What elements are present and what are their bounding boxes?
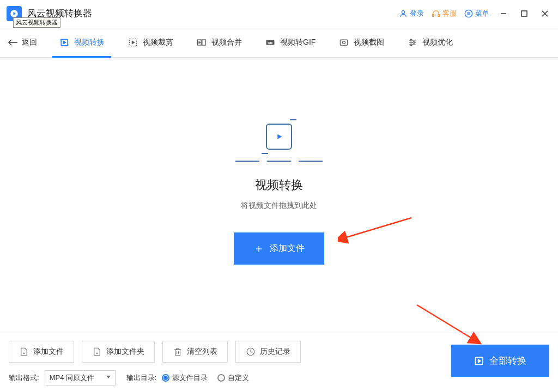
add-file-small-button[interactable]: 添加文件 <box>9 341 74 363</box>
tab-video-convert[interactable]: 视频转换 <box>56 27 108 58</box>
bottom-bar: 添加文件 添加文件夹 清空列表 历史记录 输出格式: MP4 同原文件 输出目录… <box>0 333 558 392</box>
arrow-left-icon <box>8 39 19 46</box>
tab-video-merge[interactable]: 视频合并 <box>193 27 245 58</box>
svg-rect-4 <box>438 14 440 16</box>
tab-label: 视频裁剪 <box>143 38 173 47</box>
svg-point-29 <box>413 41 415 43</box>
app-title: 风云视频转换器 <box>27 7 399 20</box>
gif-icon: GIF <box>265 37 276 48</box>
tab-label: 视频优化 <box>422 38 453 47</box>
output-format-label: 输出格式: <box>9 373 39 383</box>
convert-illustration-icon <box>266 124 292 150</box>
svg-marker-20 <box>199 41 201 43</box>
trash-icon <box>173 347 183 357</box>
svg-point-30 <box>410 44 412 45</box>
radio-icon <box>217 374 225 382</box>
hero-hint: 将视频文件拖拽到此处 <box>241 201 317 211</box>
output-dir-label: 输出目录: <box>126 373 157 383</box>
tab-label: 视频截图 <box>354 38 384 47</box>
radio-custom-dir[interactable]: 自定义 <box>217 373 249 383</box>
add-file-button[interactable]: ＋ 添加文件 <box>234 232 324 265</box>
login-link[interactable]: 登录 <box>399 9 424 19</box>
add-folder-button[interactable]: 添加文件夹 <box>82 341 155 363</box>
folder-plus-icon <box>92 347 102 357</box>
optimize-icon <box>407 37 418 48</box>
svg-marker-15 <box>63 41 65 44</box>
output-format-select[interactable]: MP4 同原文件 <box>45 370 116 385</box>
svg-marker-17 <box>132 41 134 44</box>
tab-label: 视频转换 <box>74 38 105 47</box>
minimize-button[interactable] <box>497 7 510 20</box>
history-button[interactable]: 历史记录 <box>235 341 301 363</box>
screenshot-icon <box>338 37 349 48</box>
tooltip: 风云视频转换器 <box>13 17 60 28</box>
svg-rect-23 <box>341 40 348 45</box>
plus-icon: ＋ <box>253 241 264 256</box>
radio-icon <box>162 374 169 382</box>
title-actions: 登录 客服 菜单 <box>399 7 551 20</box>
nav-tabs: 返回 视频转换 视频裁剪 视频合并 GIF 视频转GIF 视频截图 视频优化 <box>0 27 558 58</box>
svg-rect-10 <box>521 11 527 16</box>
convert-all-button[interactable]: 全部转换 <box>451 345 549 377</box>
svg-point-2 <box>402 10 404 13</box>
crop-icon <box>128 37 138 48</box>
back-button[interactable]: 返回 <box>5 38 39 47</box>
titlebar: 风云视频转换器 登录 客服 菜单 <box>0 0 558 27</box>
maximize-button[interactable] <box>518 7 531 20</box>
user-icon <box>399 9 408 18</box>
svg-marker-31 <box>277 134 282 139</box>
hero-title: 视频转换 <box>255 177 303 193</box>
radio-source-dir[interactable]: 源文件目录 <box>162 373 208 383</box>
svg-rect-19 <box>202 40 206 45</box>
svg-rect-3 <box>432 14 434 16</box>
support-link[interactable]: 客服 <box>432 9 457 19</box>
tab-label: 视频合并 <box>211 38 242 47</box>
svg-marker-46 <box>478 359 481 363</box>
clear-list-button[interactable]: 清空列表 <box>162 341 228 363</box>
tab-video-screenshot[interactable]: 视频截图 <box>335 27 387 58</box>
file-plus-icon <box>19 347 29 357</box>
tab-label: 视频转GIF <box>280 38 316 47</box>
tab-video-gif[interactable]: GIF 视频转GIF <box>262 27 319 58</box>
svg-point-28 <box>410 39 412 41</box>
close-button[interactable] <box>538 7 551 20</box>
clock-icon <box>246 347 256 357</box>
decorative-dashes <box>235 161 323 162</box>
svg-point-24 <box>343 41 345 44</box>
play-box-icon <box>474 356 484 366</box>
tab-video-optimize[interactable]: 视频优化 <box>404 27 456 58</box>
menu-list-icon <box>464 9 473 18</box>
convert-play-icon <box>59 37 70 48</box>
merge-icon <box>196 37 207 48</box>
svg-rect-40 <box>175 350 180 356</box>
tab-video-crop[interactable]: 视频裁剪 <box>124 27 177 58</box>
menu-link[interactable]: 菜单 <box>464 9 489 19</box>
svg-text:GIF: GIF <box>268 41 273 44</box>
drop-area[interactable]: 视频转换 将视频文件拖拽到此处 ＋ 添加文件 <box>0 58 558 330</box>
headset-icon <box>432 9 440 18</box>
